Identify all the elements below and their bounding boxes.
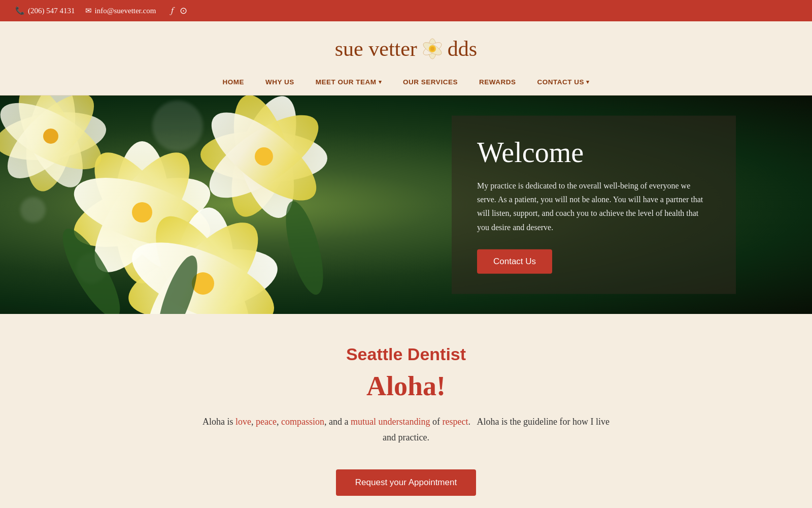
nav-why-us[interactable]: WHY US (265, 78, 294, 86)
header: sue vetter dds (0, 21, 812, 72)
hero-overlay-box: Welcome My practice is dedicated to the … (452, 116, 736, 294)
email-address[interactable]: info@suevetter.com (95, 7, 156, 15)
nav-rewards[interactable]: REWARDS (479, 78, 516, 86)
aloha-description: Aloha is love, peace, compassion, and a … (198, 414, 614, 445)
email-icon: ✉ (85, 6, 92, 15)
nav-contact-us[interactable]: CONTACT US ▾ (537, 78, 589, 86)
aloha-subheading: Aloha! (15, 370, 797, 402)
facebook-icon[interactable]: 𝑓 (171, 5, 174, 16)
highlight-mutual-understanding: mutual understanding (351, 417, 430, 427)
phone-info: 📞 (206) 547 4131 (15, 6, 75, 15)
svg-point-7 (430, 47, 434, 51)
logo[interactable]: sue vetter dds (335, 36, 477, 62)
contact-chevron-icon: ▾ (586, 79, 590, 85)
phone-number: (206) 547 4131 (28, 7, 75, 15)
nav-meet-our-team[interactable]: MEET OUR TEAM ▾ (316, 78, 382, 86)
logo-text-part1: sue vetter (335, 37, 417, 61)
highlight-love: love (235, 417, 251, 427)
navigation: HOME WHY US MEET OUR TEAM ▾ OUR SERVICES… (0, 72, 812, 96)
hero-description: My practice is dedicated to the overall … (477, 179, 710, 234)
seattle-dentist-heading: Seattle Dentist (15, 344, 797, 364)
hero-flowers (0, 96, 396, 314)
highlight-peace: peace (256, 417, 277, 427)
social-icons: 𝑓 ⊙ (171, 5, 187, 16)
nav-home[interactable]: HOME (223, 78, 245, 86)
appointment-button[interactable]: Request your Appointment (336, 469, 476, 496)
phone-icon: 📞 (15, 6, 25, 15)
hero-title: Welcome (477, 136, 710, 169)
top-bar: 📞 (206) 547 4131 ✉ info@suevetter.com 𝑓 … (0, 0, 812, 21)
meet-team-chevron-icon: ▾ (379, 79, 382, 85)
nav-our-services[interactable]: OUR SERVICES (403, 78, 458, 86)
highlight-compassion: compassion (281, 417, 324, 427)
svg-point-13 (132, 202, 152, 223)
svg-point-19 (255, 147, 273, 166)
logo-flower-icon (419, 36, 446, 62)
hero-section: Welcome My practice is dedicated to the … (0, 96, 812, 314)
logo-text-part2: dds (448, 37, 477, 61)
highlight-respect: respect (443, 417, 468, 427)
instagram-icon[interactable]: ⊙ (180, 5, 187, 16)
content-section: Seattle Dentist Aloha! Aloha is love, pe… (0, 314, 812, 508)
hero-contact-button[interactable]: Contact Us (477, 249, 552, 273)
svg-point-25 (43, 129, 58, 144)
email-info[interactable]: ✉ info@suevetter.com (85, 6, 156, 15)
